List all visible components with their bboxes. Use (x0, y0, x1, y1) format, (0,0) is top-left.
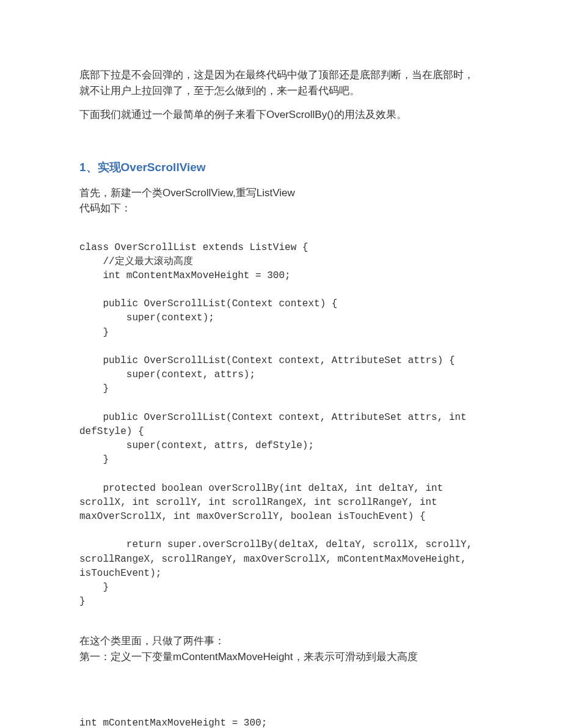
intro-paragraph-2: 下面我们就通过一个最简单的例子来看下OverScrollBy()的用法及效果。 (79, 107, 483, 123)
intro-paragraph-1: 底部下拉是不会回弹的，这是因为在最终代码中做了顶部还是底部判断，当在底部时，就不… (79, 67, 483, 98)
paragraph-3: 首先，新建一个类OverScrollView,重写ListView (79, 185, 483, 201)
section-heading-1: 1、实现OverScrollView (79, 160, 483, 175)
code-block-2: int mContentMaxMoveHeight = 300; (79, 716, 483, 728)
paragraph-6: 第一：定义一下变量mContentMaxMoveHeight，来表示可滑动到最大… (79, 649, 483, 665)
code-block-1: class OverScrollList extends ListView { … (79, 241, 483, 609)
paragraph-4: 代码如下： (79, 200, 483, 216)
paragraph-5: 在这个类里面，只做了两件事： (79, 633, 483, 649)
